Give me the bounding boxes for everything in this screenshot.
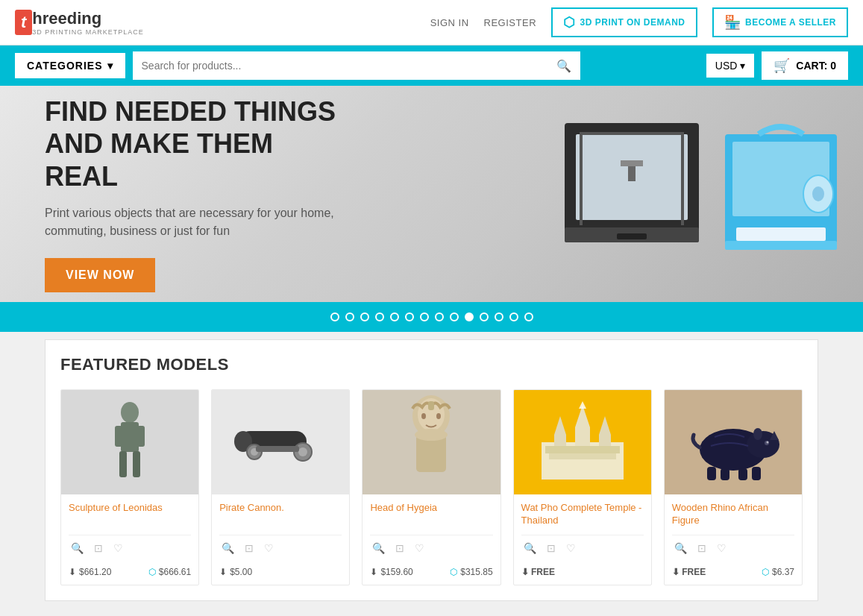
magnify-icon-hygeia[interactable]: 🔍 [370, 540, 387, 556]
slider-dot-12[interactable] [495, 312, 503, 321]
product-actions-leonidas: 🔍 ⊡ ♡ [69, 535, 191, 561]
svg-point-12 [812, 186, 824, 201]
product-name-leonidas: Sculpture of Leonidas [69, 502, 191, 529]
download-price-value-watpho: FREE [531, 567, 555, 577]
currency-selector[interactable]: USD ▾ [706, 54, 755, 78]
svg-rect-13 [736, 227, 826, 241]
cart-button[interactable]: 🛒 CART: 0 [762, 51, 848, 80]
search-input[interactable] [142, 60, 556, 72]
product-link-leonidas[interactable]: Sculpture of Leonidas [69, 502, 163, 513]
svg-point-54 [766, 441, 768, 444]
product-link-watpho[interactable]: Wat Pho Complete Temple - Thailand [521, 502, 642, 526]
seller-label: BECOME A SELLER [745, 17, 836, 28]
slider-dot-5[interactable] [390, 312, 399, 321]
slider-dot-14[interactable] [524, 312, 533, 321]
heart-icon-cannon[interactable]: ♡ [262, 540, 276, 556]
product-pricing-hygeia: ⬇ $159.60 ⬡ $315.85 [370, 567, 492, 577]
svg-rect-52 [752, 467, 761, 480]
product-name-watpho: Wat Pho Complete Temple - Thailand [521, 502, 644, 529]
svg-rect-43 [549, 453, 616, 459]
product-actions-hygeia: 🔍 ⊡ ♡ [370, 535, 492, 561]
product-pricing-cannon: ⬇ $5.00 [219, 567, 342, 577]
slider-dot-2[interactable] [345, 312, 354, 321]
register-link[interactable]: REGISTER [484, 17, 536, 28]
download-price-rhino: ⬇ FREE [672, 567, 706, 577]
download-price-leonidas: ⬇ $661.20 [69, 567, 111, 577]
download-icon-watpho: ⬇ [521, 567, 529, 577]
navbar-right: USD ▾ 🛒 CART: 0 [706, 51, 848, 80]
slider-dot-3[interactable] [360, 312, 369, 321]
magnify-icon-watpho[interactable]: 🔍 [521, 540, 539, 556]
slider-dot-4[interactable] [375, 312, 384, 321]
slider-dot-10[interactable] [465, 312, 474, 321]
product-card-cannon: Pirate Cannon. 🔍 ⊡ ♡ ⬇ $5.00 [211, 389, 350, 585]
svg-rect-34 [428, 401, 434, 410]
product-image-leonidas [61, 390, 198, 494]
currency-chevron-icon: ▾ [740, 60, 745, 72]
svg-point-24 [298, 447, 307, 456]
view-now-button[interactable]: VIEW NOW [45, 258, 155, 292]
download-icon-rhino: ⬇ [672, 567, 680, 577]
download-price-value-cannon: $5.00 [230, 567, 252, 577]
sign-in-link[interactable]: SIGN IN [430, 17, 469, 28]
products-grid: Sculpture of Leonidas 🔍 ⊡ ♡ ⬇ $661.20 ⬡ … [60, 389, 803, 585]
svg-rect-7 [621, 160, 643, 166]
product-actions-rhino: 🔍 ⊡ ♡ [672, 535, 794, 561]
product-image-cannon [212, 390, 349, 494]
slider-dot-7[interactable] [420, 312, 429, 321]
magnify-icon-leonidas[interactable]: 🔍 [69, 540, 86, 556]
slider-dot-8[interactable] [435, 312, 444, 321]
svg-marker-44 [579, 401, 586, 409]
frame-icon-hygeia[interactable]: ⊡ [393, 540, 407, 556]
categories-button[interactable]: CATEGORIES ▾ [15, 53, 125, 78]
print-price-hygeia: ⬡ $315.85 [450, 567, 492, 577]
svg-point-15 [121, 402, 139, 423]
3d-print-demand-button[interactable]: ⬡ 3D PRINT ON DEMAND [551, 7, 697, 37]
product-pricing-leonidas: ⬇ $661.20 ⬡ $666.61 [69, 567, 191, 577]
print-price-value-hygeia: $315.85 [460, 567, 492, 577]
heart-icon-rhino[interactable]: ♡ [715, 540, 729, 556]
svg-point-32 [421, 413, 426, 419]
heart-icon-leonidas[interactable]: ♡ [111, 540, 125, 556]
download-price-cannon: ⬇ $5.00 [219, 567, 252, 577]
product-image-hygeia [363, 390, 500, 494]
svg-point-33 [436, 413, 441, 419]
rhino-svg [685, 401, 782, 483]
print-icon-rhino: ⬡ [762, 567, 769, 577]
search-bar: 🔍 [133, 51, 580, 80]
search-icon[interactable]: 🔍 [556, 59, 571, 73]
slider-dot-6[interactable] [405, 312, 414, 321]
slider-dot-11[interactable] [480, 312, 489, 321]
svg-rect-5 [681, 132, 684, 225]
slider-dot-9[interactable] [450, 312, 459, 321]
slider-dot-13[interactable] [509, 312, 518, 321]
categories-label: CATEGORIES [27, 60, 103, 72]
magnify-icon-rhino[interactable]: 🔍 [672, 540, 689, 556]
slider-dot-1[interactable] [330, 312, 339, 321]
svg-point-31 [415, 429, 448, 441]
featured-models-section: FEATURED MODELS Sculpture of Leonidas [45, 339, 818, 601]
frame-icon-cannon[interactable]: ⊡ [242, 540, 256, 556]
become-seller-button[interactable]: 🏪 BECOME A SELLER [712, 7, 848, 37]
product-link-hygeia[interactable]: Head of Hygeia [370, 502, 437, 513]
hero-banner: FIND NEEDED THINGS AND MAKE THEM REAL Pr… [0, 86, 863, 302]
logo-subtitle: 3D PRINTING MARKETPLACE [32, 28, 144, 36]
logo-text: hreeding [32, 9, 101, 28]
frame-icon-watpho[interactable]: ⊡ [545, 540, 558, 556]
download-price-value-hygeia: $159.60 [380, 567, 412, 577]
blue-printer-svg [721, 119, 841, 257]
heart-icon-hygeia[interactable]: ♡ [412, 540, 427, 556]
download-icon-cannon: ⬇ [219, 567, 227, 577]
product-link-cannon[interactable]: Pirate Cannon. [219, 502, 284, 513]
currency-value: USD [715, 60, 738, 72]
magnify-icon-cannon[interactable]: 🔍 [219, 540, 236, 556]
logo[interactable]: t hreeding 3D PRINTING MARKETPLACE [15, 9, 144, 36]
frame-icon-leonidas[interactable]: ⊡ [92, 540, 105, 556]
cannon-svg [232, 412, 329, 472]
frame-icon-rhino[interactable]: ⊡ [695, 540, 709, 556]
svg-point-48 [753, 428, 762, 440]
product-name-hygeia: Head of Hygeia [370, 502, 492, 529]
heart-icon-watpho[interactable]: ♡ [564, 540, 578, 556]
product-link-rhino[interactable]: Wooden Rhino African Figure [672, 502, 768, 526]
product-card-rhino: Wooden Rhino African Figure 🔍 ⊡ ♡ ⬇ FREE… [664, 389, 803, 585]
